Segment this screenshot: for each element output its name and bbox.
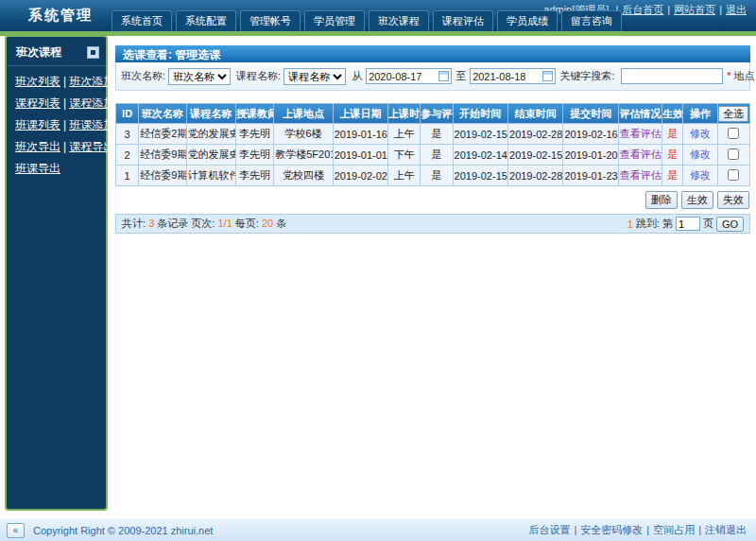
footer-link[interactable]: 后台设置 bbox=[528, 524, 570, 535]
cell-submit: 2019-02-16 bbox=[563, 124, 618, 145]
bulk-action-button[interactable]: 生效 bbox=[681, 191, 713, 209]
sidebar-link-row: 课程列表|课程添加 bbox=[15, 93, 102, 114]
current-page-link[interactable]: 1 bbox=[627, 218, 633, 230]
cell-start: 2019-02-15 bbox=[453, 166, 507, 186]
table-header-row: ID班次名称课程名称授课教师上课地点上课日期上课时间参与评估开始时间结束时间提交… bbox=[116, 104, 750, 124]
course-name-select[interactable]: 课程名称 bbox=[284, 68, 346, 85]
nav-tab[interactable]: 留言咨询 bbox=[561, 10, 622, 31]
class-select-label: 班次名称: bbox=[121, 69, 165, 83]
bulk-action-button[interactable]: 删除 bbox=[645, 191, 678, 209]
footer-link[interactable]: 空间占用 bbox=[653, 524, 695, 535]
footer-link[interactable]: 注销退出 bbox=[705, 524, 747, 535]
sidebar-panel: 班次课程 班次列表|班次添加课程列表|课程添加班课列表|班课添加班次导出|课程导… bbox=[5, 35, 108, 511]
class-name-select[interactable]: 班次名称 bbox=[168, 68, 231, 85]
cell-join: 是 bbox=[421, 145, 453, 166]
select-all-header: 全选 bbox=[717, 104, 749, 124]
column-header: 上课时间 bbox=[388, 104, 421, 124]
page-count: 1/1 bbox=[218, 218, 232, 229]
date-to-label: 至 bbox=[455, 69, 466, 83]
nav-tab[interactable]: 班次课程 bbox=[369, 10, 429, 31]
view-evaluation-link[interactable]: 查看评估 bbox=[620, 148, 662, 160]
date-to-box bbox=[470, 68, 556, 84]
nav-tab[interactable]: 系统配置 bbox=[176, 10, 236, 31]
nav-tab[interactable]: 系统首页 bbox=[112, 10, 172, 31]
cell-time: 上午 bbox=[388, 124, 421, 145]
sidebar-link-row: 班课列表|班课添加 bbox=[15, 114, 102, 136]
sidebar-link[interactable]: 班次列表 bbox=[15, 75, 60, 88]
row-checkbox[interactable] bbox=[728, 128, 739, 139]
admin-page: 系统管理 admin[管理员] |后台首页|网站首页|退出 系统首页系统配置管理… bbox=[0, 0, 756, 541]
select-all-button[interactable]: 全选 bbox=[718, 106, 748, 122]
cell-time: 上午 bbox=[388, 166, 421, 186]
view-evaluation-link[interactable]: 查看评估 bbox=[620, 128, 662, 139]
cell-teacher: 李先明 bbox=[235, 124, 273, 145]
separator: | bbox=[63, 140, 66, 153]
sidebar-link[interactable]: 班课添加 bbox=[69, 118, 114, 131]
sidebar-link[interactable]: 课程导出 bbox=[69, 140, 114, 153]
cell-course: 党的发展史 bbox=[186, 124, 235, 145]
per-page-count: 20 bbox=[262, 218, 273, 229]
keyword-input[interactable] bbox=[621, 68, 723, 84]
nav-tab[interactable]: 学员管理 bbox=[304, 10, 365, 31]
user-link[interactable]: 网站首页 bbox=[674, 4, 715, 15]
cell-place: 学校6楼 bbox=[274, 124, 333, 145]
column-header: 授课教师 bbox=[235, 104, 273, 124]
footer-bar: « Copyright Right © 2009-2021 zhirui.net… bbox=[0, 518, 756, 541]
cell-course: 计算机软件 bbox=[186, 166, 235, 186]
main-content: 选课查看: 管理选课 班次名称: 班次名称 课程名称: 课程名称 从 至 关键字… bbox=[115, 45, 750, 234]
date-to-input[interactable] bbox=[472, 71, 542, 82]
modify-link[interactable]: 修改 bbox=[690, 128, 711, 139]
date-from-input[interactable] bbox=[369, 71, 438, 82]
collapse-panel-icon[interactable] bbox=[87, 46, 99, 59]
column-header: 操作 bbox=[683, 104, 717, 124]
footer-link[interactable]: 安全密码修改 bbox=[580, 524, 643, 535]
top-header: 系统管理 admin[管理员] |后台首页|网站首页|退出 系统首页系统配置管理… bbox=[0, 0, 756, 31]
collapse-sidebar-button[interactable]: « bbox=[7, 523, 25, 538]
column-header: 提交时间 bbox=[563, 104, 618, 124]
cell-operation: 修改 bbox=[683, 124, 717, 145]
go-button[interactable]: GO bbox=[716, 217, 744, 232]
separator: | bbox=[719, 4, 722, 15]
user-link[interactable]: 退出 bbox=[726, 4, 747, 15]
sidebar-link[interactable]: 班课列表 bbox=[15, 118, 60, 131]
calendar-icon[interactable] bbox=[542, 71, 553, 81]
row-checkbox[interactable] bbox=[728, 169, 739, 181]
user-link[interactable]: 后台首页 bbox=[622, 4, 663, 15]
cell-date: 2019-01-16 bbox=[333, 124, 387, 145]
active-status: 是 bbox=[667, 148, 678, 160]
bulk-action-button[interactable]: 失效 bbox=[717, 191, 749, 209]
table-row: 3经信委2期党的发展史李先明学校6楼2019-01-16上午是2019-02-1… bbox=[116, 124, 750, 145]
active-status: 是 bbox=[667, 128, 678, 139]
separator: | bbox=[63, 75, 66, 88]
column-header: 上课地点 bbox=[274, 104, 333, 124]
cell-eval: 查看评估 bbox=[618, 166, 662, 186]
sidebar-link[interactable]: 课程添加 bbox=[69, 96, 114, 110]
sidebar-title: 班次课程 bbox=[16, 44, 61, 61]
date-from-label: 从 bbox=[352, 69, 362, 83]
cell-join: 是 bbox=[421, 124, 453, 145]
nav-tab[interactable]: 管理帐号 bbox=[240, 10, 301, 31]
modify-link[interactable]: 修改 bbox=[690, 148, 711, 160]
nav-tab[interactable]: 学员成绩 bbox=[497, 10, 558, 31]
page-word: 页 bbox=[703, 217, 713, 231]
sidebar-link[interactable]: 课程列表 bbox=[15, 96, 60, 110]
sidebar-link-row: 班次导出|课程导出 bbox=[15, 136, 102, 158]
keyword-label: 关键字搜索: bbox=[559, 69, 614, 83]
copyright-text: Copyright Right © 2009-2021 zhirui.net bbox=[33, 525, 213, 536]
separator: | bbox=[698, 524, 701, 535]
cell-active: 是 bbox=[662, 124, 683, 145]
modify-link[interactable]: 修改 bbox=[690, 169, 711, 181]
row-checkbox[interactable] bbox=[728, 148, 739, 160]
sidebar-link[interactable]: 班次添加 bbox=[69, 75, 114, 88]
jump-page-input[interactable] bbox=[676, 217, 700, 231]
column-header: 上课日期 bbox=[333, 104, 387, 124]
cell-class_name: 经信委9期 bbox=[139, 166, 186, 186]
nav-tab[interactable]: 课程评估 bbox=[433, 10, 493, 31]
calendar-icon[interactable] bbox=[438, 71, 449, 81]
sidebar-link[interactable]: 班次导出 bbox=[15, 140, 60, 153]
cell-operation: 修改 bbox=[683, 166, 717, 186]
column-header: ID bbox=[116, 104, 139, 124]
cell-place: 教学楼5F201 bbox=[274, 145, 333, 166]
view-evaluation-link[interactable]: 查看评估 bbox=[620, 169, 662, 181]
sidebar-link[interactable]: 班课导出 bbox=[15, 162, 60, 175]
